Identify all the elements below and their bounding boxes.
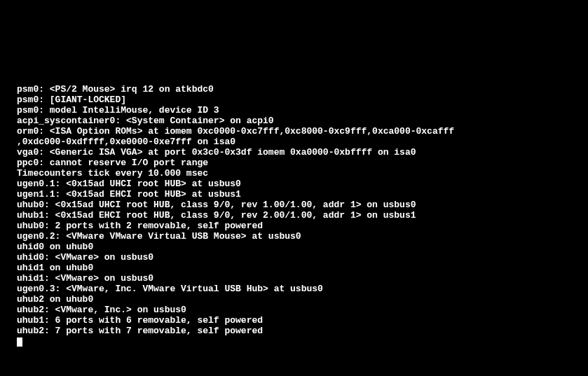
boot-log-line: psm0: <PS/2 Mouse> irq 12 on atkbdc0 xyxy=(17,84,571,95)
boot-log-line: uhub0: 2 ports with 2 removable, self po… xyxy=(17,221,571,231)
boot-log-line: ugen1.1: <0x15ad EHCI root HUB> at usbus… xyxy=(17,189,571,200)
boot-log-line: uhub2: 7 ports with 7 removable, self po… xyxy=(17,326,571,336)
cursor-icon xyxy=(17,337,22,347)
boot-log-line: uhid0 on uhub0 xyxy=(17,242,571,252)
boot-log-line: ,0xdc000-0xdffff,0xe0000-0xe7fff on isa0 xyxy=(17,137,571,147)
boot-log-line: uhub1: 6 ports with 6 removable, self po… xyxy=(17,315,571,326)
boot-log-line: ugen0.1: <0x15ad UHCI root HUB> at usbus… xyxy=(17,179,571,189)
boot-log-line: ugen0.3: <VMware, Inc. VMware Virtual US… xyxy=(17,284,571,294)
boot-console: psm0: <PS/2 Mouse> irq 12 on atkbdc0psm0… xyxy=(17,84,571,347)
boot-log-line: uhub0: <0x15ad UHCI root HUB, class 9/0,… xyxy=(17,200,571,210)
boot-log-line: uhid0: <VMware> on usbus0 xyxy=(17,252,571,263)
boot-log-line: ugen0.2: <VMware VMware Virtual USB Mous… xyxy=(17,231,571,242)
boot-log-line: acpi_syscontainer0: <System Container> o… xyxy=(17,116,571,126)
boot-log-line: Timecounters tick every 10.000 msec xyxy=(17,168,571,179)
boot-log-line: uhid1 on uhub0 xyxy=(17,263,571,273)
boot-log-line: uhub2 on uhub0 xyxy=(17,294,571,305)
boot-log-line: psm0: model IntelliMouse, device ID 3 xyxy=(17,105,571,116)
boot-log-line: psm0: [GIANT-LOCKED] xyxy=(17,95,571,105)
boot-log-line: uhub1: <0x15ad EHCI root HUB, class 9/0,… xyxy=(17,210,571,221)
boot-log-line: ppc0: cannot reserve I/O port range xyxy=(17,158,571,168)
boot-log-line: vga0: <Generic ISA VGA> at port 0x3c0-0x… xyxy=(17,147,571,158)
boot-log-line: orm0: <ISA Option ROMs> at iomem 0xc0000… xyxy=(17,126,571,137)
cursor-line xyxy=(17,336,571,347)
boot-log-line: uhub2: <VMware, Inc.> on usbus0 xyxy=(17,305,571,315)
boot-log-line: uhid1: <VMware> on usbus0 xyxy=(17,273,571,284)
